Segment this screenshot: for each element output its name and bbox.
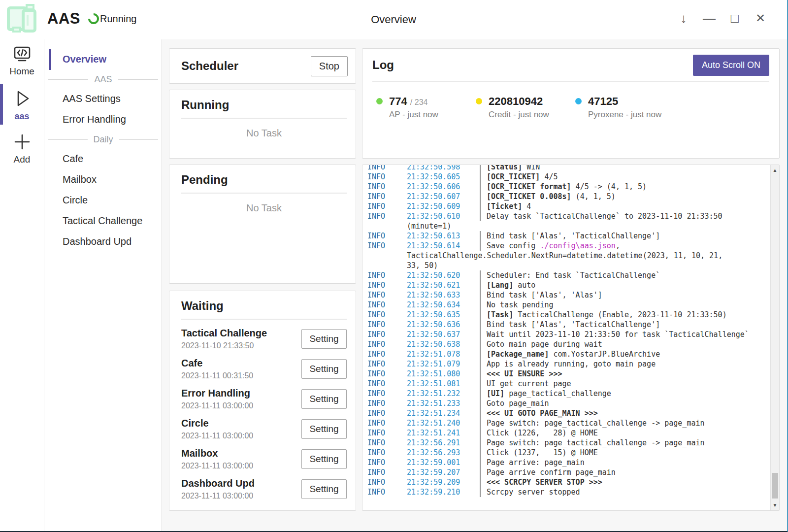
log-line: INFO 21:32:50.633 Bind task ['Alas', 'Al… (367, 290, 770, 300)
log-separator (480, 389, 481, 399)
rail-item-label: Home (0, 66, 44, 77)
log-timestamp: 21:32:56.293 (407, 448, 480, 458)
setting-button[interactable]: Setting (301, 359, 347, 379)
log-message: [Lang] auto (487, 280, 535, 290)
icon-rail: Home aas Add (0, 39, 44, 531)
log-message: App is already running, goto main page (487, 359, 656, 369)
log-timestamp: 21:32:51.240 (407, 418, 480, 428)
nav-item[interactable]: AAS Settings (44, 89, 161, 109)
rail-item-aas[interactable]: aas (0, 82, 44, 127)
credit-dot-icon (476, 98, 482, 104)
log-message: [OCR_TICKET 0.008s] (4, 1, 5) (487, 192, 616, 201)
log-message: Bind task ['Alas', 'TacticalChallenge'] (487, 320, 660, 330)
running-title: Running (181, 98, 229, 111)
auto-scroll-button[interactable]: Auto Scroll ON (693, 55, 769, 76)
log-separator (480, 201, 481, 211)
maximize-icon[interactable]: □ (722, 7, 748, 30)
log-level: INFO (367, 241, 407, 251)
log-separator (480, 172, 481, 182)
log-message: [Task] TacticalChallenge (Enable, 2023-1… (487, 310, 727, 320)
log-level: INFO (367, 477, 407, 487)
setting-button[interactable]: Setting (301, 449, 347, 469)
stop-button[interactable]: Stop (311, 56, 348, 76)
log-line: INFO 21:32:50.634 No task pending (367, 300, 770, 310)
log-scrollbar[interactable]: ▲ ▼ (770, 165, 779, 510)
log-line: INFO 21:32:51.080 <<< UI ENSURE >>> (367, 369, 770, 379)
log-message: [UI] page_tactical_challenge (487, 389, 611, 399)
log-message: Page arrive: page_main (487, 458, 585, 467)
log-separator (480, 339, 481, 349)
rail-item-add[interactable]: Add (0, 127, 44, 170)
log-line: INFO 21:32:50.636 Bind task ['Alas', 'Ta… (367, 320, 770, 330)
waiting-task-info: Circle 2023-11-11 03:00:00 (181, 418, 253, 440)
log-line: INFO 21:32:59.207 Page arrive confirm pa… (367, 467, 770, 477)
log-message: (minute=1) (407, 221, 451, 231)
log-message: Click (1237, 15) @ HOME (487, 448, 598, 458)
log-line: INFO 21:32:59.001 Page arrive: page_main (367, 458, 770, 467)
task-name: Error Handling (181, 388, 253, 399)
task-next-run: 2023-11-11 00:31:50 (181, 371, 253, 380)
nav-item-overview[interactable]: Overview (49, 49, 161, 70)
scroll-down-icon[interactable]: ▼ (771, 502, 779, 508)
log-message: 33, 50) (407, 261, 438, 270)
log-line: INFO 21:32:50.638 Goto main page during … (367, 339, 770, 349)
scheduler-column: Scheduler Stop Running No Task Pending N… (169, 48, 356, 511)
log-separator (480, 320, 481, 330)
setting-button[interactable]: Setting (301, 419, 347, 439)
minimize-icon[interactable]: — (696, 7, 722, 30)
nav-group-label: Daily (94, 134, 113, 145)
nav-item[interactable]: Cafe (44, 149, 161, 169)
log-timestamp: 21:32:59.001 (407, 458, 480, 467)
waiting-task-row: Tactical Challenge 2023-11-10 21:33:50 S… (181, 324, 347, 354)
log-level: INFO (367, 330, 407, 339)
log-separator (480, 192, 481, 201)
log-level: INFO (367, 359, 407, 369)
log-timestamp: 21:32:50.633 (407, 290, 480, 300)
nav-item[interactable]: Tactical Challenge (44, 211, 161, 232)
log-timestamp: 21:32:51.079 (407, 359, 480, 369)
log-message: Goto page_main (487, 399, 549, 408)
log-line: INFO 21:32:50.607 [OCR_TICKET 0.008s] (4… (367, 192, 770, 201)
stat-value: 220810942 (489, 95, 543, 107)
nav-group-aas: AAS (44, 70, 161, 89)
log-separator (480, 300, 481, 310)
log-separator (480, 458, 481, 467)
nav-item[interactable]: Circle (44, 190, 161, 211)
nav-item[interactable]: Mailbox (44, 169, 161, 190)
scheduler-card: Scheduler Stop (169, 48, 356, 84)
nav-item[interactable]: Dashboard Upd (44, 232, 161, 252)
log-message: No task pending (487, 300, 553, 310)
pending-card: Pending No Task (169, 165, 356, 284)
log-header-card: Log Auto Scroll ON 774 / 234 AP - just n… (362, 48, 780, 159)
task-name: Circle (181, 418, 253, 429)
download-icon[interactable]: ↓ (671, 7, 696, 30)
log-level: INFO (367, 165, 407, 172)
log-line: INFO 21:32:56.293 Click (1237, 15) @ HOM… (367, 448, 770, 458)
log-message: Bind task ['Alas', 'TacticalChallenge'] (487, 231, 660, 241)
log-level: INFO (367, 467, 407, 477)
waiting-task-row: Error Handling 2023-11-11 03:00:00 Setti… (181, 384, 347, 414)
log-level: INFO (367, 192, 407, 201)
log-level: INFO (367, 487, 407, 497)
nav-item[interactable]: Error Handling (44, 109, 161, 130)
scroll-thumb[interactable] (772, 473, 778, 499)
setting-button[interactable]: Setting (301, 389, 347, 409)
log-timestamp: 21:32:50.610 (407, 211, 480, 221)
waiting-task-info: Cafe 2023-11-11 00:31:50 (181, 358, 253, 380)
task-name: Mailbox (181, 448, 253, 459)
setting-button[interactable]: Setting (301, 329, 347, 349)
log-line: INFO 21:32:51.079 App is already running… (367, 359, 770, 369)
log-timestamp: 21:32:51.232 (407, 389, 480, 399)
log-level (367, 251, 407, 261)
log-level: INFO (367, 349, 407, 359)
rail-item-home[interactable]: Home (0, 39, 44, 82)
stat-ap: 774 / 234 AP - just now (376, 95, 476, 120)
log-message: Bind task ['Alas', 'Alas'] (487, 290, 602, 300)
log-timestamp: 21:32:50.634 (407, 300, 480, 310)
log-timestamp: 21:32:50.620 (407, 270, 480, 280)
scroll-up-icon[interactable]: ▲ (771, 167, 779, 173)
divider (181, 319, 347, 320)
log-level (367, 261, 407, 270)
setting-button[interactable]: Setting (301, 479, 347, 499)
close-icon[interactable]: ✕ (748, 7, 773, 30)
